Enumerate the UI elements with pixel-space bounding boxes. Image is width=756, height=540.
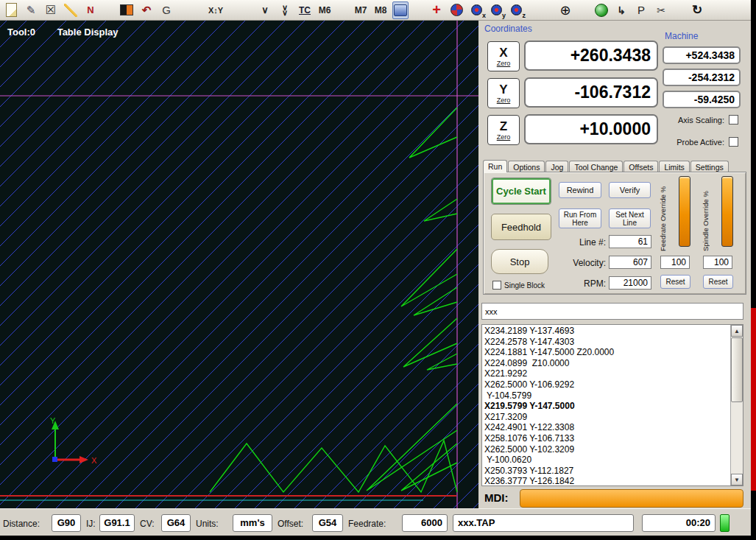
machine-x-value: +524.3438 — [663, 46, 741, 64]
velocity-field[interactable] — [609, 256, 651, 269]
gcode-scrollbar[interactable]: ▲ ▼ — [730, 325, 743, 485]
units-value: mm's — [233, 514, 272, 532]
gcode-line[interactable]: X224.1881 Y-147.5000 Z20.0000 — [484, 347, 730, 358]
gcode-line[interactable]: X236.3777 Y-126.1842 — [484, 476, 730, 485]
gcode-line[interactable]: X234.2189 Y-137.4693 — [484, 326, 730, 337]
velocity-label: Velocity: — [553, 258, 606, 268]
gcode-line[interactable]: X217.3209 — [484, 412, 730, 423]
spindle-override-field[interactable] — [703, 256, 732, 269]
dro-x-value: +260.3438 — [524, 41, 658, 71]
chevron-down-icon[interactable]: ∨ — [257, 1, 273, 19]
spindle-icon[interactable] — [392, 1, 409, 19]
rpm-field[interactable] — [609, 276, 651, 290]
spindle-override-label: Spindle Override % — [702, 176, 719, 251]
axis-z-letter: Z — [500, 120, 507, 133]
loaded-file-name: xxx.TAP — [453, 514, 634, 532]
m6-icon[interactable]: M6 — [317, 1, 333, 19]
tab-jog[interactable]: Jog — [545, 161, 568, 172]
m8-icon[interactable]: M8 — [372, 1, 389, 19]
globe-icon[interactable] — [593, 1, 610, 19]
gcode-filter-input[interactable] — [481, 303, 743, 320]
double-chevron-down-icon[interactable]: ∨∨ — [277, 1, 293, 19]
gcode-line[interactable]: X262.5000 Y-106.9292 — [484, 379, 730, 390]
tab-offsets[interactable]: Offsets — [623, 161, 658, 172]
gcode-line[interactable]: X250.3793 Y-112.1827 — [484, 466, 730, 477]
gcode-line[interactable]: X258.1076 Y-106.7133 — [484, 433, 730, 444]
gcode-line[interactable]: X219.5799 Y-147.5000 — [484, 401, 730, 412]
scroll-up-button[interactable]: ▲ — [731, 325, 743, 337]
zero-y-button[interactable]: Y Zero — [487, 78, 520, 108]
park-icon[interactable]: P — [633, 1, 649, 19]
status-led — [720, 514, 729, 532]
ref-y-icon[interactable]: y — [488, 1, 504, 19]
spindle-override-slider[interactable] — [721, 176, 733, 247]
tab-options[interactable]: Options — [508, 161, 545, 172]
tab-limits[interactable]: Limits — [659, 161, 689, 172]
edit-nc-icon[interactable]: N — [82, 1, 99, 19]
gcode-list-lines: X234.2189 Y-137.4693X224.2578 Y-147.4303… — [482, 325, 730, 485]
m7-icon[interactable]: M7 — [353, 1, 369, 19]
feedrate-override-reset-button[interactable]: Reset — [660, 275, 690, 289]
gcode-line[interactable]: X242.4901 Y-122.3308 — [484, 422, 730, 433]
gcode-line[interactable]: X262.5000 Y-102.3209 — [484, 444, 730, 455]
cycle-start-button[interactable]: Cycle Start — [491, 178, 551, 205]
gcode-line[interactable]: X221.9292 — [484, 368, 730, 379]
run-from-here-button[interactable]: Run From Here — [559, 208, 601, 228]
distance-mode-label: Distance: — [3, 519, 40, 529]
probe-active-label: Probe Active: — [676, 138, 724, 147]
stop-button[interactable]: Stop — [491, 249, 548, 274]
tab-tool-change[interactable]: Tool Change — [569, 161, 623, 172]
tool-change-icon[interactable]: TC — [297, 1, 313, 19]
gcode-line[interactable]: Y-100.0620 — [484, 455, 730, 466]
svg-text:Y: Y — [50, 416, 56, 425]
probe-active-checkbox[interactable] — [729, 137, 738, 147]
zero-x-button[interactable]: X Zero — [487, 41, 520, 71]
machine-y-value: -254.2312 — [663, 69, 741, 86]
palette-icon[interactable] — [119, 1, 135, 19]
new-file-icon[interactable] — [3, 1, 19, 19]
verify-button[interactable]: Verify — [609, 182, 651, 198]
xy-plane-icon[interactable]: X↕Y — [208, 1, 224, 19]
wizard-icon[interactable] — [63, 1, 79, 19]
svg-text:X: X — [91, 456, 97, 465]
zero-z-label: Zero — [497, 133, 511, 141]
scissors-icon[interactable]: ✂ — [653, 1, 669, 19]
tab-run[interactable]: Run — [483, 160, 507, 172]
feedrate-label: Feedrate: — [348, 519, 386, 529]
rewind-button[interactable]: Rewind — [559, 182, 601, 198]
tool-number-label: Tool:0 — [7, 27, 35, 38]
scrollbar-thumb[interactable] — [731, 337, 743, 402]
zero-z-button[interactable]: Z Zero — [487, 115, 520, 145]
set-next-line-button[interactable]: Set Next Line — [609, 208, 651, 228]
line-number-field[interactable] — [609, 235, 651, 248]
control-panel: Coordinates Machine X Zero +260.3438 +52… — [478, 21, 751, 508]
ref-x-icon[interactable]: x — [468, 1, 484, 19]
toolpath-display[interactable]: YX Tool:0 Table Display — [0, 21, 478, 508]
gcode-line[interactable]: X224.0899 Z10.0000 — [484, 358, 730, 369]
mdi-input[interactable] — [520, 489, 743, 508]
ref-z-icon[interactable]: z — [508, 1, 524, 19]
tab-settings[interactable]: Settings — [690, 161, 729, 172]
zero-y-label: Zero — [497, 97, 511, 104]
toolbar-icons: ✎☒N↶GX↕Y∨∨∨TCM6M7M8+xyz⊕↳P✂↻ — [0, 1, 709, 19]
single-block-checkbox[interactable] — [492, 281, 501, 290]
scroll-down-button[interactable]: ▼ — [731, 474, 743, 485]
spindle-override-reset-button[interactable]: Reset — [703, 275, 733, 289]
gcode-line[interactable]: X224.2578 Y-147.4303 — [484, 337, 730, 348]
goto-zero-icon[interactable]: + — [428, 1, 445, 19]
feedrate-override-slider[interactable] — [679, 176, 690, 247]
return-arrow-icon[interactable]: ↳ — [613, 1, 629, 19]
axis-scaling-checkbox[interactable] — [729, 115, 738, 125]
crosshair-icon[interactable]: ⊕ — [557, 1, 573, 19]
feedhold-button[interactable]: Feedhold — [491, 214, 551, 240]
gcode-line[interactable]: Y-104.5799 — [484, 390, 730, 402]
gcode-icon[interactable]: G — [158, 1, 174, 19]
feedrate-value: 6000 — [402, 514, 448, 532]
undo-icon[interactable]: ↶ — [138, 1, 155, 19]
regen-icon[interactable]: ↻ — [689, 1, 705, 19]
edge-red-indicator — [751, 308, 756, 491]
ref-all-icon[interactable] — [448, 1, 464, 19]
feedrate-override-field[interactable] — [660, 256, 690, 269]
close-file-icon[interactable]: ☒ — [43, 1, 59, 19]
edit-file-icon[interactable]: ✎ — [23, 1, 39, 19]
